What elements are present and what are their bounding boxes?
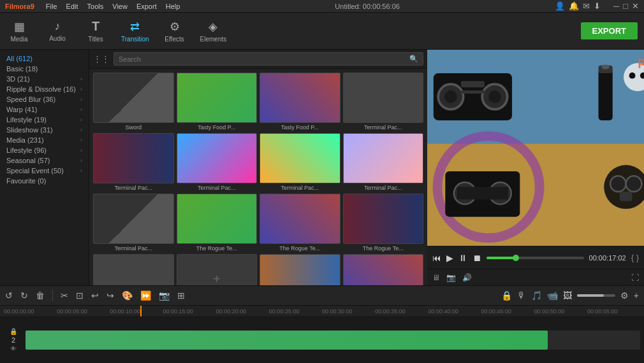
list-item[interactable]: Traditional Tr... [343,254,424,285]
crop-button[interactable]: ⊡ [76,290,84,301]
picture-icon[interactable]: 🖼 [563,290,572,301]
grid-view-icon[interactable]: ⋮⋮ [93,54,110,64]
filter-3d[interactable]: 3D (21)› [0,74,89,84]
cut-button[interactable]: ✂ [61,290,68,301]
speaker-icon[interactable]: 🔊 [462,273,472,282]
list-item[interactable]: The Rogue Te... [260,194,340,252]
close-button[interactable]: ✕ [632,1,639,11]
svg-text:pc: pc [638,54,644,68]
tool-elements[interactable]: ◈ Elements [200,20,227,43]
settings-button[interactable]: ⚙ [620,290,629,301]
transition-thumb [177,73,258,123]
redo-button[interactable]: ↻ [20,290,28,301]
list-item[interactable]: Terminal Pac... [177,133,258,191]
camera2-icon[interactable]: 📹 [547,290,558,301]
microphone-button[interactable]: 🎙 [517,290,526,301]
volume-slider[interactable] [577,294,615,297]
download-icon[interactable]: ⬇ [594,1,601,11]
ruler-labels: 00:00:00:00 00:00:05:00 00:00:10:00 00:0… [4,308,640,315]
list-item[interactable]: The Rogue Te... [177,194,258,252]
filter-ripple[interactable]: Ripple & Dissolve (16)› [0,84,89,94]
list-item[interactable]: Tasty Food P... [177,73,258,131]
filter-favourite[interactable]: Favourite (0) [0,176,89,186]
undo-button[interactable]: ↺ [5,290,13,301]
filter-warp[interactable]: Warp (41)› [0,104,89,115]
svg-rect-11 [599,69,613,120]
speed-button[interactable]: ⏩ [140,290,151,301]
transition-name: The Rogue Te... [177,245,258,252]
playhead[interactable] [140,306,142,317]
eye-track-icon[interactable]: 👁 [10,345,17,352]
timeline-clip[interactable] [26,331,548,350]
color-button[interactable]: 🎨 [122,290,133,301]
list-item[interactable]: Topple [177,254,258,285]
export-button[interactable]: EXPORT [581,22,638,39]
add-track-button[interactable]: + [634,290,639,301]
list-item[interactable]: Terminal Pac... [343,73,424,131]
snapshot-button[interactable]: 📷 [159,290,170,301]
maximize-button[interactable]: □ [623,1,628,11]
skip-back-button[interactable]: ⏮ [432,253,441,263]
progress-bar[interactable] [487,257,584,259]
list-item[interactable]: Terminal Pac... [93,133,174,191]
tool-effects[interactable]: ⚙ Effects [162,20,187,43]
delete-button[interactable]: 🗑 [36,290,45,301]
filter-seasonal[interactable]: Seasonal (57)› [0,155,89,166]
filter-media[interactable]: Media (231)› [0,135,89,145]
svg-point-6 [444,90,457,103]
tool-media[interactable]: ▦ Media [6,20,32,43]
list-item[interactable]: Terminal Pac... [343,133,424,191]
list-item[interactable]: The Rogue Te... [343,194,424,252]
filter-basic[interactable]: Basic (18) [0,64,89,74]
stop-button[interactable]: ⏹ [472,253,481,263]
tool-audio[interactable]: ♪ Audio [45,20,70,42]
video-controls: ⏮ ▶ ⏸ ⏹ 00:00:17:02 { } [427,246,644,269]
lock-button[interactable]: 🔒 [501,290,512,301]
filter-speed-blur[interactable]: Speed Blur (36)› [0,94,89,104]
filter-slideshow[interactable]: Slideshow (31)› [0,125,89,135]
menu-edit[interactable]: Edit [66,3,78,10]
transition-thumb [177,133,258,183]
list-item[interactable]: Terminal Pac... [93,194,174,252]
search-input[interactable] [119,55,409,63]
fullscreen-icon[interactable]: ⛶ [631,273,639,282]
list-item[interactable]: Tasty Food P... [260,73,340,131]
lock-track-icon[interactable]: 🔒 [10,328,17,335]
menu-export[interactable]: Export [136,3,157,10]
list-item[interactable]: The Rogue Te... [93,254,174,285]
menu-file[interactable]: File [46,3,57,10]
transition-name: The Rogue Te... [260,245,340,252]
progress-handle[interactable] [513,255,519,261]
transition-thumb [93,254,174,285]
pause-button[interactable]: ⏸ [458,253,467,263]
menu-view[interactable]: View [112,3,128,10]
filter-lifestyle1[interactable]: Lifestyle (19)› [0,115,89,125]
filter-special[interactable]: Special Event (50)› [0,166,89,176]
media-label: Media [10,36,27,43]
notification-icon[interactable]: 🔔 [569,1,579,11]
transition-grid: Sword Tasty Food P... Tasty Food P... Te… [89,69,427,285]
in-point-button[interactable]: { } [631,253,639,262]
track-content[interactable] [26,331,640,350]
profile-icon[interactable]: 👤 [555,1,565,11]
list-item[interactable]: Traditional Tr... [260,254,340,285]
camera-icon[interactable]: 📷 [446,273,456,282]
filter-all[interactable]: All (612) [0,53,89,64]
tool-transition[interactable]: ⇄ Transition [121,20,149,43]
pip-button[interactable]: ⊞ [177,290,185,301]
list-item[interactable]: Sword [93,73,174,131]
play-button[interactable]: ▶ [446,253,453,263]
transition-thumb [343,194,424,244]
rotate-left-button[interactable]: ↩ [91,290,99,301]
transition-name: Terminal Pac... [177,185,258,191]
minimize-button[interactable]: ─ [613,1,619,11]
menu-tools[interactable]: Tools [87,3,104,10]
menu-help[interactable]: Help [166,3,180,10]
music-button[interactable]: 🎵 [531,290,542,301]
monitor-icon[interactable]: 🖥 [432,273,440,282]
tool-titles[interactable]: T Titles [83,19,108,43]
mail-icon[interactable]: ✉ [583,1,590,11]
list-item[interactable]: Terminal Pac... [260,133,340,191]
rotate-right-button[interactable]: ↪ [106,290,114,301]
filter-lifestyle2[interactable]: Lifestyle (96)› [0,145,89,155]
